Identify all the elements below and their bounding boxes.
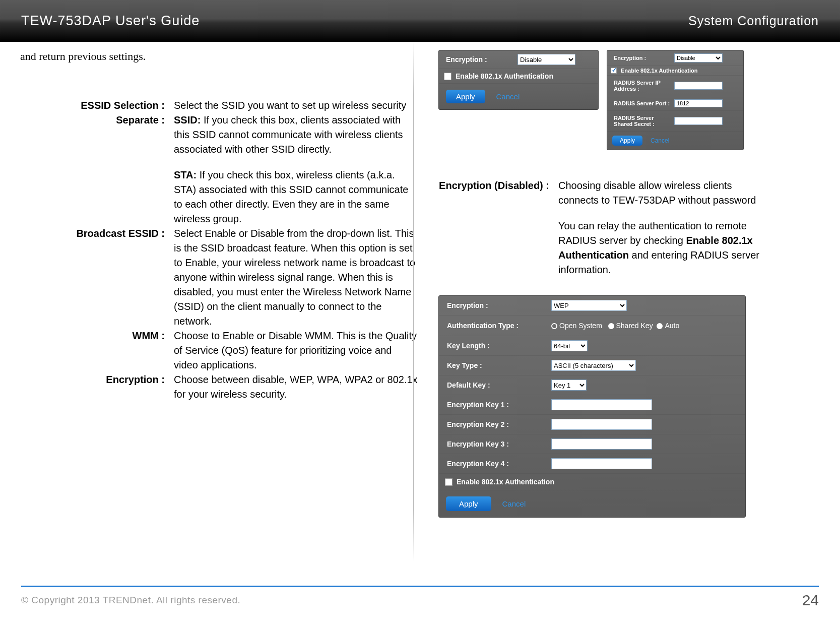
p2-radius-port-input[interactable] [674,99,723,107]
p2-apply-button[interactable]: Apply [612,136,642,146]
p3-auth-auto: Auto [665,322,679,330]
p3-k4-label: Encryption Key 4 : [443,457,551,471]
p3-enc-select[interactable]: WEP [551,300,627,311]
p3-k1-input[interactable] [551,399,652,410]
p3-8021x-checkbox[interactable] [445,478,453,486]
p3-keylen-label: Key Length : [443,339,551,353]
p3-enc-label: Encryption : [443,298,551,312]
p1-cancel-button[interactable]: Cancel [496,90,520,103]
wmm-label: WMM : [76,329,174,372]
p3-keytype-label: Key Type : [443,358,551,372]
separate-sta-bold: STA: [174,169,197,180]
p3-keytype-select[interactable]: ASCII (5 characters) [551,360,636,371]
page-content: and return previous settings. ESSID Sele… [0,42,840,581]
separate-ssid-bold: SSID: [174,114,201,125]
p3-k2-input[interactable] [551,419,652,430]
p3-cancel-button[interactable]: Cancel [502,496,526,511]
wmm-text: Choose to Enable or Disable WMM. This is… [174,329,418,372]
doc-section: System Configuration [688,14,819,28]
page-number: 24 [802,592,819,609]
p3-8021x-label: Enable 802.1x Authentication [457,478,554,486]
copyright-text: © Copyright 2013 TRENDnet. All rights re… [21,595,240,606]
broadcast-text: Select Enable or Disable from the drop-d… [174,226,418,329]
encryption-disable-panel: Encryption : Disable Enable 802.1x Authe… [438,50,599,110]
encryption-wep-panel: Encryption : WEP Authentication Type : O… [438,295,746,518]
p3-auth-label: Authentication Type : [443,319,551,333]
essid-label: ESSID Selection : [76,98,174,113]
p1-enc-label: Encryption : [442,52,518,67]
p3-auth-open: Open System [559,322,602,330]
page-header: TEW-753DAP User's Guide System Configura… [0,0,840,42]
p3-k2-label: Encryption Key 2 : [443,417,551,431]
p1-8021x-checkbox[interactable] [444,73,451,80]
right-column: Encryption : Disable Enable 802.1x Authe… [438,50,821,518]
broadcast-label: Broadcast ESSID : [76,226,174,329]
definition-list-right: Encryption (Disabled) : Choosing disable… [438,178,771,288]
p3-radio-auto[interactable] [657,323,663,329]
p3-radio-shared[interactable] [608,323,614,329]
column-divider [413,42,414,561]
p2-8021x-label: Enable 802.1x Authentication [621,68,697,74]
p3-apply-button[interactable]: Apply [446,496,491,511]
p3-defkey-select[interactable]: Key 1 [551,380,587,391]
definition-list-left: ESSID Selection : Select the SSID you wa… [76,98,418,402]
p2-radius-secret-label: RADIUS Server Shared Secret : [610,112,674,130]
encd-label: Encryption (Disabled) : [438,178,558,288]
p3-k3-input[interactable] [551,438,652,450]
p2-enc-label: Encryption : [610,52,674,64]
p3-k3-label: Encryption Key 3 : [443,437,551,451]
p2-enc-select[interactable]: Disable [674,53,723,62]
p1-apply-button[interactable]: Apply [446,90,485,103]
doc-title: TEW-753DAP User's Guide [21,13,200,29]
p3-keylen-select[interactable]: 64-bit [551,340,588,351]
p2-radius-ip-label: RADIUS Server IP Address : [610,77,674,95]
separate-label: Separate : [76,113,174,226]
essid-text: Select the SSID you want to set up wirel… [174,98,418,113]
intro-text: and return previous settings. [20,50,413,63]
p3-k1-label: Encryption Key 1 : [443,398,551,412]
p3-defkey-label: Default Key : [443,378,551,392]
encd-text1: Choosing disable allow wireless clients … [558,178,771,208]
encryption-radius-panel: Encryption : Disable Enable 802.1x Authe… [607,50,744,150]
p1-enc-select[interactable]: Disable [518,54,575,65]
p2-radius-port-label: RADIUS Server Port : [610,97,674,109]
p2-radius-ip-input[interactable] [674,82,723,90]
p2-radius-secret-input[interactable] [674,117,723,125]
encryption-label: Encryption : [76,372,174,402]
p3-auth-shared: Shared Key [616,322,653,330]
left-column: and return previous settings. ESSID Sele… [20,50,413,402]
separate-ssid-text: If you check this box, clients associate… [174,114,403,155]
separate-sta-text: If you check this box, wireless clients … [174,169,408,224]
p2-cancel-button[interactable]: Cancel [651,136,669,146]
p3-radio-open[interactable] [551,323,557,329]
page-footer: © Copyright 2013 TRENDnet. All rights re… [21,586,819,609]
encryption-text: Choose between disable, WEP, WPA, WPA2 o… [174,372,418,402]
top-panel-group: Encryption : Disable Enable 802.1x Authe… [438,50,821,150]
p3-k4-input[interactable] [551,458,652,469]
p1-8021x-label: Enable 802.1x Authentication [456,72,553,80]
p2-8021x-checkbox[interactable] [611,68,617,74]
